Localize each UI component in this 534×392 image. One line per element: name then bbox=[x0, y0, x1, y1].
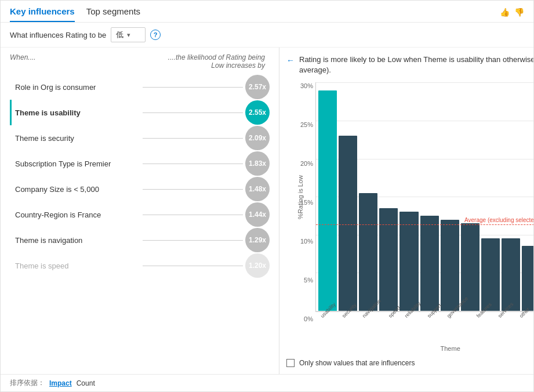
influencer-item[interactable]: Subscription Type is Premier1.83x bbox=[10, 151, 270, 176]
chart-inner: %Rating is Low Average (excluding select… bbox=[315, 82, 533, 354]
influencer-line-area: 1.48x bbox=[143, 183, 270, 195]
influencer-label: Theme is security bbox=[15, 134, 143, 143]
question-label: What influences Rating to be bbox=[10, 31, 106, 39]
y-axis-tick: 25% bbox=[300, 121, 313, 128]
when-label: When.... bbox=[10, 53, 36, 61]
thumbs-down-icon[interactable]: 👎 bbox=[514, 8, 524, 17]
bar bbox=[318, 90, 337, 311]
influencer-label: Subscription Type is Premier bbox=[15, 159, 143, 168]
influencer-bubble: 2.09x bbox=[245, 126, 270, 150]
bar-col bbox=[359, 82, 377, 311]
influencer-line bbox=[143, 240, 244, 241]
bar bbox=[522, 246, 533, 311]
bar bbox=[399, 212, 418, 311]
footer: 排序依据： Impact Count bbox=[1, 374, 533, 391]
checkbox-area: Only show values that are influencers bbox=[286, 354, 533, 367]
help-icon[interactable]: ? bbox=[150, 30, 161, 40]
influencer-label: Theme is speed bbox=[15, 262, 143, 270]
influencers-checkbox[interactable] bbox=[286, 359, 295, 367]
bar bbox=[481, 238, 500, 311]
bars-wrapper bbox=[316, 82, 533, 311]
influencer-line-area: 2.57x bbox=[143, 81, 270, 93]
influencer-item[interactable]: Theme is navigation1.29x bbox=[10, 227, 270, 253]
bars-area: Average (excluding selected): 11.35% bbox=[315, 82, 533, 312]
header-actions: 👍 👎 bbox=[500, 8, 524, 21]
dropdown-value: 低 bbox=[116, 30, 123, 40]
rating-dropdown[interactable]: 低 ▾ bbox=[111, 27, 146, 42]
bar bbox=[441, 220, 459, 311]
main-content: When.... ....the likelihood of Rating be… bbox=[1, 48, 533, 374]
chart-title: Rating is more likely to be Low when The… bbox=[299, 55, 533, 75]
influencer-item[interactable]: Theme is speed1.20x bbox=[10, 253, 270, 278]
bar bbox=[339, 136, 357, 311]
bar-col bbox=[420, 82, 439, 311]
influencer-label: Theme is navigation bbox=[15, 236, 143, 245]
influencer-item[interactable]: Country-Region is France1.44x bbox=[10, 202, 270, 227]
bar bbox=[359, 193, 377, 311]
toolbar: What influences Rating to be 低 ▾ ? bbox=[1, 23, 533, 48]
influencer-label: Role in Org is consumer bbox=[15, 83, 143, 92]
y-axis-tick: 0% bbox=[304, 315, 313, 322]
influencer-bubble: 1.44x bbox=[245, 202, 270, 227]
bar-col bbox=[481, 82, 500, 311]
influencer-bubble: 1.83x bbox=[245, 151, 270, 176]
sort-impact-link[interactable]: Impact bbox=[49, 379, 72, 387]
influencer-bubble: 2.55x bbox=[245, 100, 270, 125]
influencer-line bbox=[143, 112, 244, 113]
influencer-bubble: 1.20x bbox=[245, 253, 270, 278]
influencer-bubble: 1.48x bbox=[245, 177, 270, 201]
y-axis-tick: 5% bbox=[304, 277, 313, 284]
influencer-line-area: 2.09x bbox=[143, 132, 270, 144]
bar bbox=[420, 216, 439, 311]
tab-bar: Key influencers Top segments bbox=[10, 6, 140, 22]
influencer-bubble: 2.57x bbox=[245, 75, 270, 99]
tab-top-segments[interactable]: Top segments bbox=[86, 6, 140, 22]
x-axis-labels: usabilitysecuritynavigationspeedreliabil… bbox=[315, 312, 533, 344]
chevron-down-icon: ▾ bbox=[127, 31, 130, 39]
influencer-item[interactable]: Company Size is < 5,0001.48x bbox=[10, 176, 270, 202]
influencer-item[interactable]: Role in Org is consumer2.57x bbox=[10, 74, 270, 100]
y-axis-tick: 20% bbox=[300, 160, 313, 167]
y-axis-tick: 30% bbox=[300, 82, 313, 89]
influencer-list: Role in Org is consumer2.57xTheme is usa… bbox=[10, 74, 270, 278]
bar-col bbox=[461, 82, 479, 311]
thumbs-up-icon[interactable]: 👍 bbox=[500, 8, 510, 17]
influencer-line-area: 2.55x bbox=[143, 107, 270, 118]
influencer-line bbox=[143, 164, 244, 164]
x-axis-title: Theme bbox=[315, 345, 533, 352]
sort-count-link[interactable]: Count bbox=[77, 379, 95, 387]
column-headers: When.... ....the likelihood of Rating be… bbox=[10, 53, 270, 70]
tab-key-influencers[interactable]: Key influencers bbox=[10, 6, 75, 22]
bar-col bbox=[379, 82, 398, 311]
bar bbox=[379, 208, 398, 311]
right-panel: ← Rating is more likely to be Low when T… bbox=[279, 48, 533, 374]
chart-header: ← Rating is more likely to be Low when T… bbox=[286, 55, 533, 75]
influencer-line bbox=[143, 138, 244, 139]
influencer-label: Company Size is < 5,000 bbox=[15, 185, 143, 194]
influencer-label: Theme is usability bbox=[15, 108, 143, 117]
bar-col bbox=[399, 82, 418, 311]
influencer-label: Country-Region is France bbox=[15, 210, 143, 219]
bar-col bbox=[502, 82, 520, 311]
left-panel: When.... ....the likelihood of Rating be… bbox=[1, 48, 279, 374]
influencer-line-area: 1.83x bbox=[143, 158, 270, 169]
bar-chart-container: 30%25%20%15%10%5%0% %Rating is Low Avera… bbox=[286, 82, 533, 354]
sort-label: 排序依据： bbox=[10, 378, 45, 388]
influencer-item[interactable]: Theme is usability2.55x bbox=[10, 100, 270, 125]
influencer-line bbox=[143, 215, 244, 215]
influencer-bubble: 1.29x bbox=[245, 228, 270, 252]
influencer-line-area: 1.44x bbox=[143, 209, 270, 220]
influencer-item[interactable]: Theme is security2.09x bbox=[10, 125, 270, 151]
influencer-line-area: 1.20x bbox=[143, 260, 270, 271]
y-axis-tick: 10% bbox=[300, 238, 313, 245]
back-arrow-icon[interactable]: ← bbox=[286, 56, 295, 65]
likelihood-label: ....the likelihood of Rating being Low i… bbox=[161, 53, 265, 70]
influencer-line bbox=[143, 189, 244, 190]
bar-col bbox=[522, 82, 533, 311]
bar-col bbox=[441, 82, 459, 311]
influencer-line bbox=[143, 87, 244, 88]
bar bbox=[502, 238, 520, 311]
influencer-line bbox=[143, 266, 244, 266]
header: Key influencers Top segments 👍 👎 bbox=[1, 1, 533, 23]
bar-col bbox=[318, 82, 337, 311]
